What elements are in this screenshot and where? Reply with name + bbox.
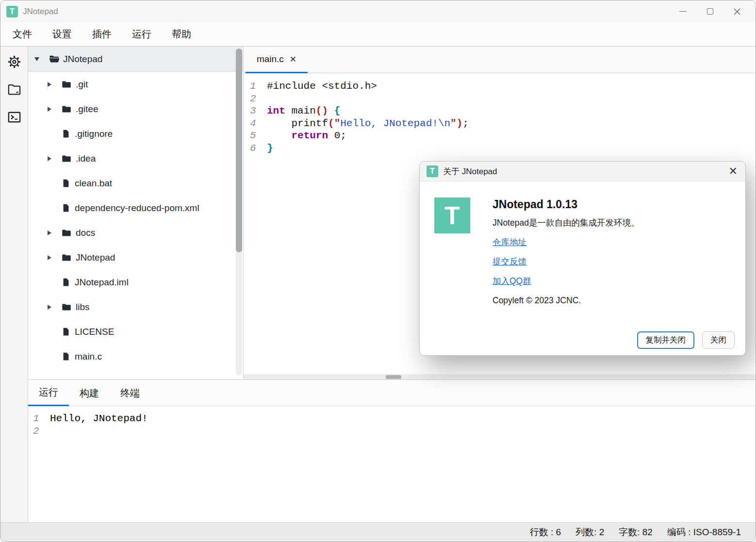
folder-icon <box>61 228 72 238</box>
chevron-right-icon <box>48 107 51 112</box>
output-tab-3[interactable]: 终端 <box>110 380 150 406</box>
output-tab-2[interactable]: 构建 <box>69 380 110 406</box>
tree-item-10[interactable]: libs <box>28 295 243 319</box>
tree-item-label: clean.bat <box>75 178 112 189</box>
editor-tab-bar: main.c ✕ <box>244 47 756 73</box>
about-logo: T <box>434 197 470 233</box>
tree-item-label: docs <box>76 228 95 238</box>
dialog-header: T 关于 JNotepad ✕ <box>420 162 745 181</box>
expand-arrow[interactable] <box>45 255 54 260</box>
close-dialog-button[interactable]: 关闭 <box>702 331 735 349</box>
line-text: #include <stdio.h> <box>267 80 377 93</box>
expand-arrow[interactable] <box>32 57 42 61</box>
dialog-body: T JNotepad 1.0.13 JNotepad是一款自由的集成开发环境。 … <box>420 181 745 306</box>
line-text: return 0; <box>267 130 346 142</box>
expand-arrow[interactable] <box>45 107 54 112</box>
editor-hscrollbar-thumb[interactable] <box>386 375 401 379</box>
folder-icon <box>61 302 72 312</box>
line-number: 3 <box>250 105 258 117</box>
minimize-icon <box>679 11 687 12</box>
app-window: T JNotepad 文件设置插件运行帮助 <box>0 0 756 542</box>
settings-gear-button[interactable] <box>5 52 23 71</box>
tree-item-root[interactable]: JNotepad <box>28 47 243 72</box>
explorer-scrollbar-thumb[interactable] <box>236 49 242 252</box>
copy-and-close-button[interactable]: 复制并关闭 <box>637 331 695 349</box>
tree-item-label: .gitee <box>76 104 98 115</box>
chevron-right-icon <box>48 82 51 87</box>
tree-item-label: JNotepad <box>63 54 102 65</box>
tree-item-1[interactable]: .git <box>28 72 243 97</box>
editor-tab-label: main.c <box>257 54 284 65</box>
maximize-button[interactable] <box>696 3 723 20</box>
output-line-2: 2 <box>28 425 756 438</box>
terminal-button[interactable] <box>5 108 23 126</box>
chevron-right-icon <box>48 255 51 260</box>
code-line-2: 2 <box>244 93 756 105</box>
expand-arrow[interactable] <box>45 82 54 87</box>
tree-item-7[interactable]: docs <box>28 220 243 245</box>
tree-item-label: libs <box>76 302 90 312</box>
output-panel: 运行构建终端 1Hello, JNotepad!2 <box>28 379 756 522</box>
dialog-close-icon[interactable]: ✕ <box>729 166 738 177</box>
chevron-right-icon <box>48 156 51 161</box>
expand-arrow[interactable] <box>45 156 54 161</box>
window-title: JNotepad <box>23 7 58 16</box>
line-number: 6 <box>250 142 258 155</box>
tab-close-icon[interactable]: ✕ <box>290 54 296 65</box>
expand-arrow[interactable] <box>45 305 54 310</box>
file-icon <box>61 278 71 287</box>
folder-icon <box>61 252 72 263</box>
editor-hscrollbar <box>244 374 756 379</box>
file-tree: JNotepad.git.gitee.gitignore.ideaclean.b… <box>28 47 243 369</box>
explorer-folder-button[interactable] <box>5 80 23 99</box>
status-item-2: 列数: 2 <box>575 526 604 539</box>
dialog-link-1[interactable]: 仓库地址 <box>493 236 526 248</box>
status-bar: 行数 : 6列数: 2字数: 82编码 : ISO-8859-1 <box>0 522 756 542</box>
dialog-footer: 复制并关闭关闭 <box>637 331 735 349</box>
output-text: Hello, JNotepad! <box>50 412 148 425</box>
editor-tab-mainc[interactable]: main.c ✕ <box>246 47 308 73</box>
tree-item-2[interactable]: .gitee <box>28 97 243 121</box>
menu-item-4[interactable]: 运行 <box>132 28 151 41</box>
status-item-1: 行数 : 6 <box>530 526 561 539</box>
tree-item-5[interactable]: clean.bat <box>28 171 243 196</box>
output-tab-1[interactable]: 运行 <box>28 380 69 406</box>
line-number: 1 <box>33 412 40 425</box>
line-number: 2 <box>33 425 40 438</box>
tree-item-label: main.c <box>75 351 102 362</box>
folder-icon <box>7 82 22 97</box>
file-icon <box>61 327 71 337</box>
menu-item-3[interactable]: 插件 <box>92 28 112 41</box>
tree-item-6[interactable]: dependency-reduced-pom.xml <box>28 196 243 220</box>
menu-item-5[interactable]: 帮助 <box>172 28 191 41</box>
tree-item-11[interactable]: LICENSE <box>28 319 243 344</box>
menu-item-2[interactable]: 设置 <box>52 28 72 41</box>
tree-item-9[interactable]: JNotepad.iml <box>28 270 243 295</box>
file-icon <box>61 203 71 213</box>
tree-item-3[interactable]: .gitignore <box>28 121 243 146</box>
menu-item-1[interactable]: 文件 <box>13 28 32 41</box>
app-description: JNotepad是一款自由的集成开发环境。 <box>493 217 639 229</box>
tree-item-8[interactable]: JNotepad <box>28 245 243 270</box>
tree-item-label: .idea <box>76 153 96 164</box>
code-line-4: 4 printf("Hello, JNotepad!\n"); <box>244 117 756 130</box>
menu-bar: 文件设置插件运行帮助 <box>0 22 756 47</box>
tree-item-12[interactable]: main.c <box>28 344 243 369</box>
close-icon <box>733 8 741 16</box>
tree-item-label: .git <box>76 79 88 90</box>
run-output: 1Hello, JNotepad!2 <box>28 406 756 522</box>
expand-arrow[interactable] <box>45 230 54 235</box>
window-controls <box>669 3 751 20</box>
dialog-link-2[interactable]: 提交反馈 <box>493 256 526 267</box>
copyright-text: Copyleft © 2023 JCNC. <box>493 295 639 306</box>
minimize-button[interactable] <box>669 3 696 20</box>
dialog-link-3[interactable]: 加入QQ群 <box>493 275 531 287</box>
dialog-logo-icon: T <box>427 165 438 177</box>
close-button[interactable] <box>723 3 751 20</box>
tree-item-4[interactable]: .idea <box>28 146 243 171</box>
chevron-right-icon <box>48 305 51 310</box>
line-text: int main() { <box>267 105 340 117</box>
app-name-version: JNotepad 1.0.13 <box>493 197 639 211</box>
activity-bar <box>0 47 28 522</box>
title-bar: T JNotepad <box>0 0 756 22</box>
